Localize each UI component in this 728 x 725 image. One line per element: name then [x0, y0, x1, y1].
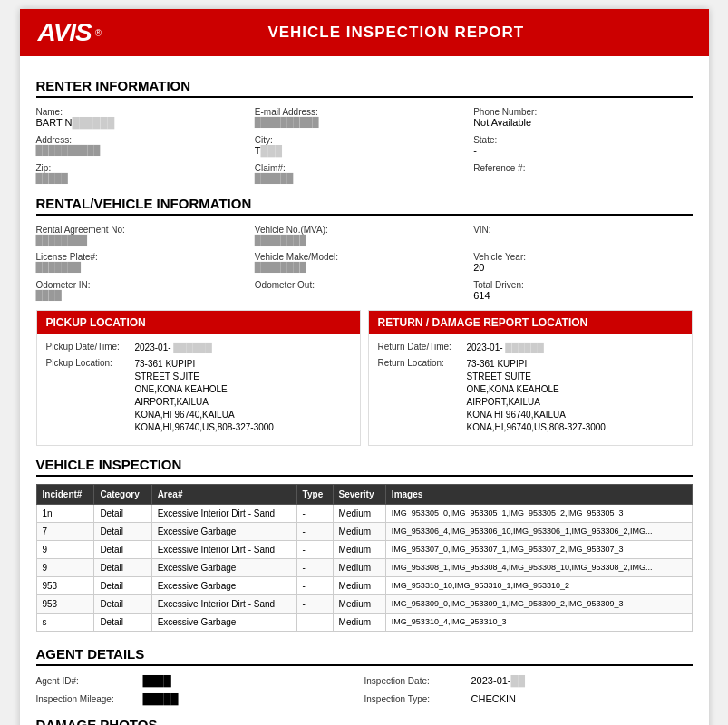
cell-incident: 953 — [36, 595, 94, 614]
return-date-row: Return Date/Time: 2023-01- ██████ — [378, 342, 683, 354]
table-row: 953 Detail Excessive Interior Dirt - San… — [36, 595, 692, 614]
cell-images: IMG_953309_0,IMG_953309_1,IMG_953309_2,I… — [385, 595, 692, 614]
cell-category: Detail — [94, 595, 151, 614]
agent-id-cell: Agent ID#: ████ — [36, 673, 364, 688]
inspection-mileage-cell: Inspection Mileage: █████ — [36, 691, 364, 706]
vehicle-year-cell: Vehicle Year: 20 — [473, 250, 692, 275]
pickup-loc-value: 73-361 KUPIPI STREET SUITE ONE,KONA KEAH… — [135, 358, 274, 434]
cell-severity: Medium — [333, 541, 385, 559]
cell-images: IMG_953305_0,IMG_953305_1,IMG_953305_2,I… — [385, 505, 692, 523]
pickup-date-row: Pickup Date/Time: 2023-01- ██████ — [46, 342, 351, 354]
cell-type: - — [296, 595, 333, 614]
return-location-box: RETURN / DAMAGE REPORT LOCATION Return D… — [368, 310, 693, 446]
pickup-date-label: Pickup Date/Time: — [46, 342, 128, 352]
pickup-date-value: 2023-01- ██████ — [135, 342, 212, 354]
cell-category: Detail — [94, 559, 151, 577]
table-row: 7 Detail Excessive Garbage - Medium IMG_… — [36, 523, 692, 541]
return-loc-value: 73-361 KUPIPI STREET SUITE ONE,KONA KEAH… — [467, 358, 606, 434]
cell-severity: Medium — [333, 559, 385, 577]
vehicle-make-model-cell: Vehicle Make/Model: ████████ — [255, 250, 473, 275]
cell-type: - — [296, 614, 333, 632]
cell-area: Excessive Garbage — [151, 559, 296, 577]
col-incident: Incident# — [36, 485, 94, 505]
col-type: Type — [296, 485, 333, 505]
cell-severity: Medium — [333, 505, 385, 523]
page: AVIS® VEHICLE INSPECTION REPORT RENTER I… — [20, 9, 709, 725]
cell-type: - — [296, 541, 333, 559]
cell-category: Detail — [94, 614, 151, 632]
return-location-body: Return Date/Time: 2023-01- ██████ Return… — [369, 334, 692, 445]
pickup-location-box: PICKUP LOCATION Pickup Date/Time: 2023-0… — [36, 310, 361, 446]
renter-info-title: RENTER INFORMATION — [36, 78, 693, 98]
renter-claim-cell: Claim#: ██████ — [255, 161, 473, 185]
col-area: Area# — [151, 485, 296, 505]
inspection-header-row: Incident# Category Area# Type Severity I… — [36, 485, 692, 505]
table-row: s Detail Excessive Garbage - Medium IMG_… — [36, 614, 692, 632]
report-title: VEHICLE INSPECTION REPORT — [102, 24, 690, 42]
odometer-out-cell: Odometer Out: — [255, 278, 473, 303]
vehicle-inspection-title: VEHICLE INSPECTION — [36, 457, 693, 477]
total-driven-cell: Total Driven: 614 — [473, 278, 692, 303]
cell-images: IMG_953310_10,IMG_953310_1,IMG_953310_2 — [385, 577, 692, 595]
cell-category: Detail — [94, 523, 151, 541]
rental-info-grid: Rental Agreement No: ████████ Vehicle No… — [36, 223, 693, 303]
content-area: RENTER INFORMATION Name: BART N██████ E-… — [20, 56, 709, 725]
cell-area: Excessive Interior Dirt - Sand — [151, 505, 296, 523]
renter-phone-cell: Phone Number: Not Available — [473, 105, 692, 130]
col-images: Images — [385, 485, 692, 505]
cell-area: Excessive Garbage — [151, 523, 296, 541]
renter-state-cell: State: - — [473, 133, 692, 158]
return-date-label: Return Date/Time: — [378, 342, 460, 352]
cell-category: Detail — [94, 505, 151, 523]
cell-images: IMG_953308_1,IMG_953308_4,IMG_953308_10,… — [385, 559, 692, 577]
cell-type: - — [296, 523, 333, 541]
renter-city-cell: City: T███ — [255, 133, 473, 158]
cell-incident: 953 — [36, 577, 94, 595]
header: AVIS® VEHICLE INSPECTION REPORT — [20, 9, 709, 56]
cell-incident: 9 — [36, 541, 94, 559]
renter-address-cell: Address: ██████████ — [36, 133, 255, 158]
agent-details-title: AGENT DETAILS — [36, 646, 693, 666]
cell-incident: 9 — [36, 559, 94, 577]
cell-type: - — [296, 577, 333, 595]
table-row: 953 Detail Excessive Garbage - Medium IM… — [36, 577, 692, 595]
renter-name-cell: Name: BART N██████ — [36, 105, 255, 130]
avis-logo: AVIS® — [38, 18, 102, 47]
inspection-date-cell: Inspection Date: 2023-01-██ — [364, 673, 693, 688]
cell-severity: Medium — [333, 577, 385, 595]
inspection-type-cell: Inspection Type: CHECKIN — [364, 691, 693, 706]
return-date-value: 2023-01- ██████ — [467, 342, 544, 354]
renter-zip-cell: Zip: █████ — [36, 161, 255, 185]
rental-agreement-cell: Rental Agreement No: ████████ — [36, 223, 255, 246]
pickup-loc-label: Pickup Location: — [46, 358, 128, 368]
renter-reference-cell: Reference #: — [473, 161, 692, 185]
cell-category: Detail — [94, 541, 151, 559]
cell-incident: 1n — [36, 505, 94, 523]
cell-type: - — [296, 505, 333, 523]
damage-photos-title: DAMAGE PHOTOS — [36, 717, 693, 725]
cell-incident: 7 — [36, 523, 94, 541]
cell-area: Excessive Garbage — [151, 577, 296, 595]
odometer-in-cell: Odometer IN: ████ — [36, 278, 255, 303]
pickup-location-body: Pickup Date/Time: 2023-01- ██████ Pickup… — [37, 334, 360, 445]
renter-info-grid: Name: BART N██████ E-mail Address: █████… — [36, 105, 693, 185]
cell-severity: Medium — [333, 523, 385, 541]
cell-images: IMG_953307_0,IMG_953307_1,IMG_953307_2,I… — [385, 541, 692, 559]
vehicle-mva-cell: Vehicle No.(MVA): ████████ — [255, 223, 473, 246]
col-severity: Severity — [333, 485, 385, 505]
pickup-location-header: PICKUP LOCATION — [37, 311, 360, 334]
cell-category: Detail — [94, 577, 151, 595]
inspection-table: Incident# Category Area# Type Severity I… — [36, 484, 693, 632]
agent-details-grid: Agent ID#: ████ Inspection Date: 2023-01… — [36, 673, 693, 706]
cell-area: Excessive Interior Dirt - Sand — [151, 541, 296, 559]
table-row: 1n Detail Excessive Interior Dirt - Sand… — [36, 505, 692, 523]
vin-cell: VIN: — [473, 223, 692, 246]
table-row: 9 Detail Excessive Garbage - Medium IMG_… — [36, 559, 692, 577]
renter-email-cell: E-mail Address: ██████████ — [255, 105, 473, 130]
rental-info-title: RENTAL/VEHICLE INFORMATION — [36, 196, 693, 216]
cell-type: - — [296, 559, 333, 577]
return-loc-label: Return Location: — [378, 358, 460, 368]
cell-severity: Medium — [333, 614, 385, 632]
cell-images: IMG_953310_4,IMG_953310_3 — [385, 614, 692, 632]
cell-incident: s — [36, 614, 94, 632]
